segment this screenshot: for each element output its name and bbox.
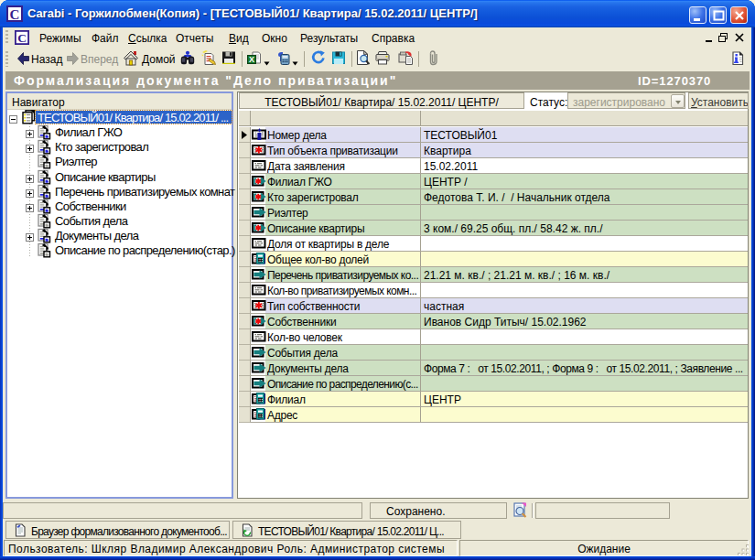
svg-text:X: X: [249, 55, 254, 64]
svg-text:C: C: [17, 31, 27, 45]
svg-text:C: C: [10, 7, 20, 22]
